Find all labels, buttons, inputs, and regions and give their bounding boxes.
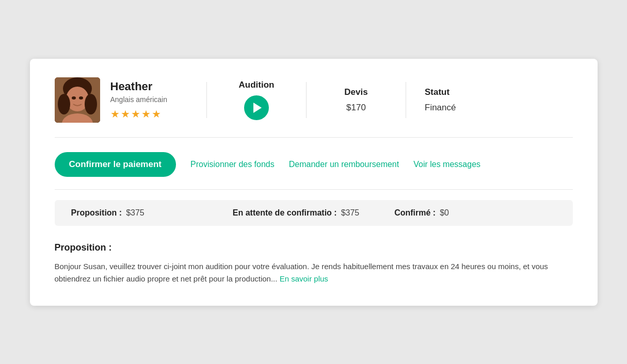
view-messages-link[interactable]: Voir les messages [413,160,480,169]
vertical-divider-1 [206,82,207,118]
summary-proposition: Proposition : $375 [71,208,233,218]
profile-language: Anglais américain [110,95,168,104]
devis-label: Devis [344,87,367,97]
devis-column: Devis $170 [325,87,387,113]
profile-info: Heather Anglais américain ★ ★ ★ ★ ★ [110,80,168,120]
avatar-svg [55,77,100,123]
statut-column: Statut Financé [425,87,487,113]
vertical-divider-2 [306,82,307,118]
vertical-divider-3 [406,82,406,118]
star-rating: ★ ★ ★ ★ ★ [110,108,168,120]
summary-proposition-label: Proposition : [71,208,122,218]
svg-point-3 [58,94,70,114]
read-more-link[interactable]: En savoir plus [280,274,328,283]
play-icon [253,103,262,113]
summary-proposition-value: $375 [126,208,144,218]
audition-column: Audition [226,80,287,120]
star-1: ★ [110,108,120,120]
main-card: Heather Anglais américain ★ ★ ★ ★ ★ Audi… [30,59,598,306]
svg-point-4 [85,94,97,114]
profile-name: Heather [110,80,168,93]
summary-bar: Proposition : $375 En attente de confirm… [55,200,573,226]
statut-value: Financé [425,103,456,113]
proposition-section: Proposition : Bonjour Susan, veuillez tr… [55,240,573,285]
svg-point-6 [79,96,83,100]
confirm-payment-button[interactable]: Confirmer le paiement [55,152,176,177]
summary-pending-value: $375 [341,208,360,218]
statut-label: Statut [425,87,449,97]
star-3: ★ [131,108,140,120]
proposition-title: Proposition : [55,242,573,253]
summary-confirmed: Confirmé : $0 [394,208,556,218]
svg-point-5 [72,96,76,100]
audition-label: Audition [239,80,275,90]
summary-confirmed-label: Confirmé : [394,208,436,218]
devis-value: $170 [346,103,366,113]
star-4: ★ [141,108,151,120]
avatar [55,77,100,123]
provision-funds-link[interactable]: Provisionner des fonds [190,160,275,169]
star-2: ★ [121,108,130,120]
star-5: ★ [152,108,161,120]
profile-section: Heather Anglais américain ★ ★ ★ ★ ★ Audi… [55,77,573,138]
summary-pending: En attente de confirmatio : $375 [233,208,394,218]
proposition-text: Bonjour Susan, veuillez trouver ci-joint… [55,260,573,285]
avatar-image [55,77,100,123]
summary-confirmed-value: $0 [440,208,449,218]
actions-section: Confirmer le paiement Provisionner des f… [55,138,573,190]
request-refund-link[interactable]: Demander un remboursement [289,160,399,169]
play-button[interactable] [244,95,269,120]
summary-pending-label: En attente de confirmatio : [233,208,337,218]
